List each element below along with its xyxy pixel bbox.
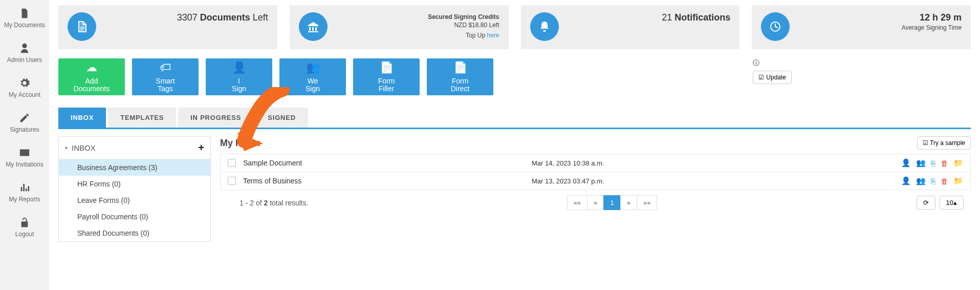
tile-form-direct[interactable]: 📄FormDirect [427,58,493,95]
tile-smart-tags[interactable]: 🏷SmartTags [132,58,199,95]
users-icon[interactable]: 👥 [916,176,926,185]
tab-signed[interactable]: SIGNED [255,108,308,128]
tile-icon: 📄 [380,61,394,74]
rail-my-account[interactable]: My Account [0,70,49,105]
tile-icon: 👥 [306,61,320,74]
tile-i-sign[interactable]: 👤ISign [206,58,272,95]
doc-name[interactable]: Sample Document [243,159,525,167]
avg-time-label: Average Signing Time [902,24,962,31]
results-count: 1 - 2 of 2 total results. [239,199,309,207]
avg-time: 12 h 29 m [920,12,962,23]
rail-admin-users[interactable]: Admin Users [0,35,49,70]
pagesize-select[interactable]: 10▴ [940,196,964,210]
rail-my-invitations[interactable]: My Invitations [0,139,49,174]
actions-row: ☁AddDocuments🏷SmartTags👤ISign👥WeSign📄For… [58,58,971,95]
page-»»[interactable]: »» [637,195,657,210]
summary-cards: 3307 Documents Left Secured Signing Cred… [58,5,971,49]
docs-count: 3307 [177,12,198,23]
topup-link[interactable]: here [487,32,499,39]
documents-left-card: 3307 Documents Left [58,5,277,49]
row-checkbox[interactable] [228,159,236,167]
tile-icon: 📄 [453,61,467,74]
rail-logout[interactable]: Logout [0,209,49,244]
user-icon[interactable]: 👤 [901,176,911,185]
pencil-icon [19,111,30,124]
tile-icon: ☁ [86,61,97,74]
action-tiles: ☁AddDocuments🏷SmartTags👤ISign👥WeSign📄For… [58,58,493,95]
document-row: Sample DocumentMar 14, 2023 10:38 a.m.👤👥… [221,154,970,172]
credits-card: Secured Signing Credits NZD $18.80 Left … [290,5,509,49]
add-folder-button[interactable]: + [198,142,204,154]
copy-icon[interactable]: ⎘ [931,159,935,168]
folder-icon[interactable]: 📁 [953,176,963,185]
delete-icon[interactable]: 🗑 [941,159,948,168]
left-rail: My DocumentsAdmin UsersMy AccountSignatu… [0,0,49,290]
chart-icon [19,180,30,194]
users-icon[interactable]: 👥 [916,158,926,168]
folder-header[interactable]: ▾ INBOX + [59,137,210,159]
notif-count: 21 [662,12,672,23]
file-icon [19,6,30,19]
docs-label-bold: Documents [200,12,250,23]
folder-item[interactable]: Business Agreements (3) [59,159,210,176]
delete-icon[interactable]: 🗑 [941,177,948,185]
folder-item[interactable]: Payroll Documents (0) [59,209,210,225]
tile-we-sign[interactable]: 👥WeSign [279,58,346,95]
credits-amount: NZD $18.80 Left [454,22,499,29]
tab-templates[interactable]: TEMPLATES [108,108,176,128]
clock-icon [761,12,790,41]
unlock-icon [19,215,30,229]
page-1[interactable]: 1 [603,195,620,210]
docs-label-suffix: Left [253,12,268,23]
tab-inbox[interactable]: INBOX [58,108,106,128]
inbox-panel: My Inbox ☑ Try a sample Sample DocumentM… [220,136,971,242]
info-icon[interactable]: ⓘ [753,58,759,68]
copy-icon[interactable]: ⎘ [931,177,935,185]
folder-icon[interactable]: 📁 [953,158,963,168]
rail-signatures[interactable]: Signatures [0,105,49,139]
notif-label: Notifications [674,12,730,23]
tile-add-documents[interactable]: ☁AddDocuments [58,58,125,95]
rail-my-documents[interactable]: My Documents [0,0,49,35]
bank-icon [299,12,328,41]
folder-header-label: INBOX [72,143,96,152]
inbox-title: My Inbox [220,138,260,149]
tile-icon: 🏷 [160,61,171,74]
gear-icon [19,76,30,89]
topup-label: Top Up [466,32,487,39]
tab-in-progress[interactable]: IN PROGRESS [178,108,253,128]
tile-icon: 👤 [232,61,246,74]
bell-icon [530,12,559,41]
update-button[interactable]: ☑ Update [753,71,792,84]
doc-tabs: INBOXTEMPLATESIN PROGRESSSIGNED [58,108,971,129]
folder-item[interactable]: Shared Documents (0) [59,225,210,241]
folder-item[interactable]: Leave Forms (0) [59,192,210,209]
envelope-icon [19,146,30,159]
notifications-card: 21 Notifications [521,5,740,49]
page-»[interactable]: » [620,195,637,210]
main-content: 3307 Documents Left Secured Signing Cred… [49,0,980,290]
folder-panel: ▾ INBOX + Business Agreements (3)HR Form… [58,136,211,242]
doc-date: Mar 14, 2023 10:38 a.m. [532,159,894,167]
pager: «««1»»» [568,195,658,210]
user-icon[interactable]: 👤 [901,158,911,168]
tile-form-filler[interactable]: 📄FormFiller [353,58,420,95]
user-icon [19,41,30,54]
document-list: Sample DocumentMar 14, 2023 10:38 a.m.👤👥… [220,154,971,190]
rail-my-reports[interactable]: My Reports [0,174,49,209]
row-checkbox[interactable] [228,177,236,185]
page-«[interactable]: « [587,195,604,210]
doc-date: Mar 13, 2023 03:47 p.m. [532,177,894,185]
try-sample-button[interactable]: ☑ Try a sample [917,136,971,150]
document-row: Terms of BusinessMar 13, 2023 03:47 p.m.… [221,172,970,190]
collapse-icon: ▾ [65,145,68,151]
file-icon [68,12,96,41]
page-««[interactable]: «« [567,195,587,210]
doc-name[interactable]: Terms of Business [243,177,525,185]
folder-item[interactable]: HR Forms (0) [59,176,210,192]
signing-time-card: 12 h 29 m Average Signing Time [752,5,971,49]
credits-title: Secured Signing Credits [428,13,499,20]
refresh-button[interactable]: ⟳ [917,196,935,210]
